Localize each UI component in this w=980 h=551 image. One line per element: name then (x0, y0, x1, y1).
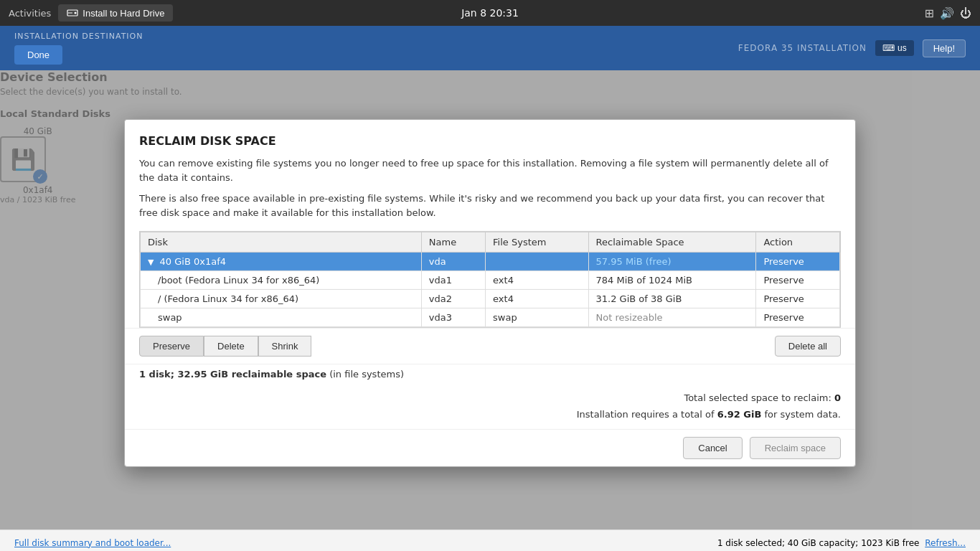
cell-name: vda (421, 252, 485, 270)
table-row[interactable]: / (Fedora Linux 34 for x86_64) vda2 ext4… (141, 289, 840, 308)
keyboard-layout-button[interactable]: ⌨ us (875, 40, 914, 56)
table-body: ▼ 40 GiB 0x1af4 vda 57.95 MiB (free) Pre… (141, 252, 840, 326)
disk-table: Disk Name File System Reclaimable Space … (140, 232, 840, 327)
cell-action: Preserve (756, 252, 840, 270)
done-button[interactable]: Done (14, 45, 62, 65)
hdd-icon (67, 7, 78, 19)
modal-body: RECLAIM DISK SPACE You can remove existi… (125, 120, 855, 328)
fedora-install-label: FEDORA 35 INSTALLATION (738, 43, 867, 53)
app-footer: Full disk summary and boot loader... 1 d… (0, 529, 980, 551)
cell-disk: ▼ 40 GiB 0x1af4 (141, 252, 422, 270)
cell-reclaimable: 31.2 GiB of 38 GiB (588, 289, 756, 308)
summary-text: 1 disk; 32.95 GiB reclaimable space (139, 369, 326, 380)
delete-button[interactable]: Delete (204, 336, 258, 357)
space-reclaim-value: 0 (834, 392, 841, 403)
summary-suffix: (in file systems) (329, 369, 404, 380)
table-row[interactable]: swap vda3 swap Not resizeable Preserve (141, 308, 840, 326)
cell-disk: swap (141, 308, 422, 326)
cell-disk: / (Fedora Linux 34 for x86_64) (141, 289, 422, 308)
cancel-button[interactable]: Cancel (683, 437, 742, 459)
cell-filesystem: swap (486, 308, 588, 326)
footer-status: 1 disk selected; 40 GiB capacity; 1023 K… (717, 538, 919, 548)
svg-point-1 (75, 12, 77, 14)
header-right: FEDORA 35 INSTALLATION ⌨ us Help! (738, 39, 966, 57)
modal-footer: Cancel Reclaim space (125, 429, 855, 466)
app-header: INSTALLATION DESTINATION Done FEDORA 35 … (0, 26, 980, 70)
reclaim-space-button[interactable]: Reclaim space (750, 437, 841, 459)
col-disk: Disk (141, 232, 422, 252)
modal-desc1: You can remove existing file systems you… (139, 156, 841, 184)
help-button[interactable]: Help! (923, 39, 966, 57)
cell-name: vda1 (421, 270, 485, 289)
delete-all-button[interactable]: Delete all (775, 336, 841, 357)
cell-filesystem: ext4 (486, 289, 588, 308)
cell-action: Preserve (756, 270, 840, 289)
cell-filesystem: ext4 (486, 270, 588, 289)
full-disk-summary-link[interactable]: Full disk summary and boot loader... (14, 538, 171, 548)
install-requires-label: Installation requires a total of (577, 409, 715, 420)
disk-table-container[interactable]: Disk Name File System Reclaimable Space … (139, 231, 841, 328)
top-bar: Activities Install to Hard Drive Jan 8 2… (0, 0, 980, 26)
space-info: Total selected space to reclaim: 0 Insta… (125, 384, 855, 429)
main-content: Device Selection Select the device(s) yo… (0, 70, 980, 529)
page-title: INSTALLATION DESTINATION (14, 32, 143, 41)
table-row[interactable]: ▼ 40 GiB 0x1af4 vda 57.95 MiB (free) Pre… (141, 252, 840, 270)
install-requires-value: 6.92 GiB (717, 409, 762, 420)
keyboard-icon: ⌨ (882, 43, 895, 53)
col-name: Name (421, 232, 485, 252)
footer-right: 1 disk selected; 40 GiB capacity; 1023 K… (717, 538, 966, 548)
shrink-button[interactable]: Shrink (258, 336, 312, 357)
space-reclaim-row: Total selected space to reclaim: 0 (139, 390, 841, 406)
install-requires-suffix: for system data. (764, 409, 841, 420)
cell-filesystem (486, 252, 588, 270)
modal-title: RECLAIM DISK SPACE (139, 134, 841, 148)
cell-reclaimable not-resizable: Not resizeable (588, 308, 756, 326)
cell-reclaimable: 784 MiB of 1024 MiB (588, 270, 756, 289)
expand-icon: ▼ (148, 258, 154, 267)
refresh-link[interactable]: Refresh... (925, 538, 966, 548)
col-action: Action (756, 232, 840, 252)
space-reclaim-label: Total selected space to reclaim: (684, 392, 831, 403)
table-row[interactable]: /boot (Fedora Linux 34 for x86_64) vda1 … (141, 270, 840, 289)
cell-name: vda2 (421, 289, 485, 308)
volume-icon[interactable]: 🔊 (940, 6, 954, 20)
preserve-button[interactable]: Preserve (139, 336, 204, 357)
col-reclaimable: Reclaimable Space (588, 232, 756, 252)
cell-action: Preserve (756, 308, 840, 326)
top-bar-right: ⊞ 🔊 ⏻ (925, 6, 971, 20)
install-requires-row: Installation requires a total of 6.92 Gi… (139, 406, 841, 423)
cell-action: Preserve (756, 289, 840, 308)
summary-row: 1 disk; 32.95 GiB reclaimable space (in … (125, 364, 855, 384)
cell-reclaimable: 57.95 MiB (free) (588, 252, 756, 270)
reclaim-disk-dialog: RECLAIM DISK SPACE You can remove existi… (124, 119, 856, 467)
modal-desc2: There is also free space available in pr… (139, 192, 841, 220)
activities-button[interactable]: Activities (9, 8, 51, 19)
cell-disk: /boot (Fedora Linux 34 for x86_64) (141, 270, 422, 289)
power-icon[interactable]: ⏻ (960, 6, 971, 20)
clock: Jan 8 20:31 (461, 7, 519, 19)
header-left: INSTALLATION DESTINATION Done (14, 32, 143, 65)
table-header: Disk Name File System Reclaimable Space … (141, 232, 840, 252)
action-buttons-row: Preserve Delete Shrink Delete all (125, 328, 855, 364)
col-filesystem: File System (486, 232, 588, 252)
network-icon[interactable]: ⊞ (925, 6, 934, 20)
cell-name: vda3 (421, 308, 485, 326)
install-app-button[interactable]: Install to Hard Drive (58, 4, 173, 22)
